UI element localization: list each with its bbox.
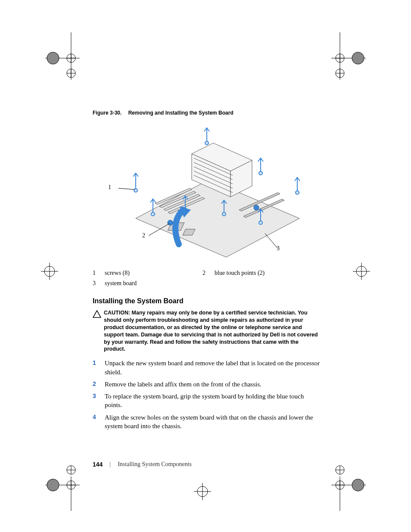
figure-callout-2: 2: [142, 232, 145, 239]
crop-mark-top-left: [32, 32, 80, 81]
step-text: Unpack the new system board and remove t…: [105, 359, 321, 376]
svg-point-65: [134, 189, 137, 192]
svg-point-43: [352, 479, 364, 491]
section-heading: Installing the System Board: [93, 297, 321, 305]
svg-point-67: [205, 141, 209, 145]
svg-line-83: [118, 188, 135, 190]
legend-item-3: 3 system board: [93, 278, 202, 289]
figure-caption: Figure 3-30. Removing and Installing the…: [93, 110, 321, 116]
page-footer: 144 | Installing System Components: [93, 461, 321, 468]
step-2: Remove the labels and affix them on the …: [93, 380, 321, 389]
legend-text: screws (8): [105, 270, 130, 277]
legend-num: 2: [202, 270, 215, 277]
step-text: Remove the labels and affix them on the …: [105, 380, 262, 389]
step-text: To replace the system board, grip the sy…: [105, 392, 321, 410]
legend-num: 1: [93, 270, 105, 277]
svg-line-85: [265, 233, 278, 249]
svg-point-77: [222, 212, 226, 216]
svg-point-15: [352, 52, 364, 64]
legend-num: 3: [93, 280, 105, 287]
svg-point-69: [259, 171, 262, 175]
crop-mark-bottom-right: [331, 464, 379, 513]
crop-mark-bottom-center: [190, 479, 215, 506]
figure-title: Removing and Installing the System Board: [128, 110, 234, 116]
figure-number: Figure 3-30.: [93, 110, 121, 116]
footer-separator: |: [109, 461, 111, 468]
figure-illustration: 1 2 3: [106, 124, 308, 261]
page-number: 144: [93, 461, 103, 468]
caution-block: CAUTION: Many repairs may only be done b…: [93, 309, 321, 353]
procedure-steps: Unpack the new system board and remove t…: [93, 359, 321, 430]
svg-point-71: [296, 191, 299, 194]
footer-section: Installing System Components: [118, 461, 192, 468]
page-content: Figure 3-30. Removing and Installing the…: [93, 110, 321, 434]
crop-mark-mid-right: [349, 258, 374, 286]
step-3: To replace the system board, grip the sy…: [93, 392, 321, 410]
step-4: Align the screw holes on the system boar…: [93, 413, 321, 431]
caution-body: Many repairs may only be done by a certi…: [104, 310, 318, 352]
system-board-diagram: [106, 124, 308, 261]
crop-mark-mid-left: [37, 258, 62, 286]
step-text: Align the screw holes on the system boar…: [105, 413, 321, 431]
legend-text: blue touch points (2): [215, 270, 265, 277]
legend-text: system board: [105, 280, 137, 287]
caution-icon: [93, 309, 104, 320]
legend-item-1: 1 screws (8): [93, 268, 202, 278]
svg-point-5: [47, 52, 59, 64]
step-1: Unpack the new system board and remove t…: [93, 359, 321, 376]
crop-mark-bottom-left: [32, 464, 80, 513]
caution-text: CAUTION: Many repairs may only be done b…: [104, 309, 321, 353]
svg-point-80: [168, 220, 173, 225]
legend-item-2: 2 blue touch points (2): [202, 268, 312, 278]
caution-label: CAUTION:: [104, 310, 130, 316]
svg-point-73: [151, 212, 155, 216]
svg-point-79: [259, 221, 262, 224]
svg-point-31: [47, 479, 59, 491]
svg-marker-86: [93, 311, 101, 317]
figure-callout-1: 1: [108, 184, 111, 191]
figure-callout-3: 3: [277, 245, 280, 252]
crop-mark-top-right: [331, 32, 379, 81]
figure-legend: 1 screws (8) 2 blue touch points (2) 3 s…: [93, 268, 317, 289]
svg-point-81: [254, 205, 259, 210]
